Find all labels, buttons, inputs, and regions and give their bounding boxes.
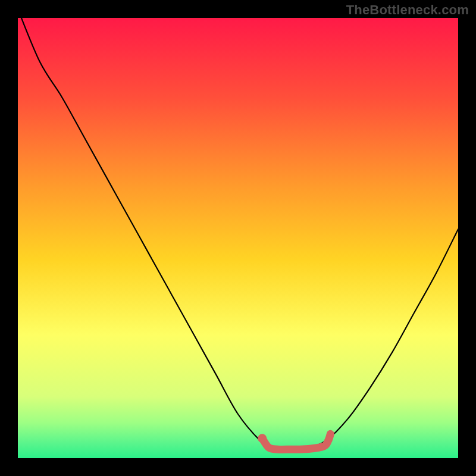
accent-dot <box>258 434 267 443</box>
plot-container <box>18 18 458 458</box>
watermark-text: TheBottleneck.com <box>346 2 469 18</box>
plot-area <box>18 18 458 458</box>
accent-segment <box>262 434 331 449</box>
accent-layer <box>18 18 458 458</box>
chart-frame: TheBottleneck.com <box>0 0 476 476</box>
